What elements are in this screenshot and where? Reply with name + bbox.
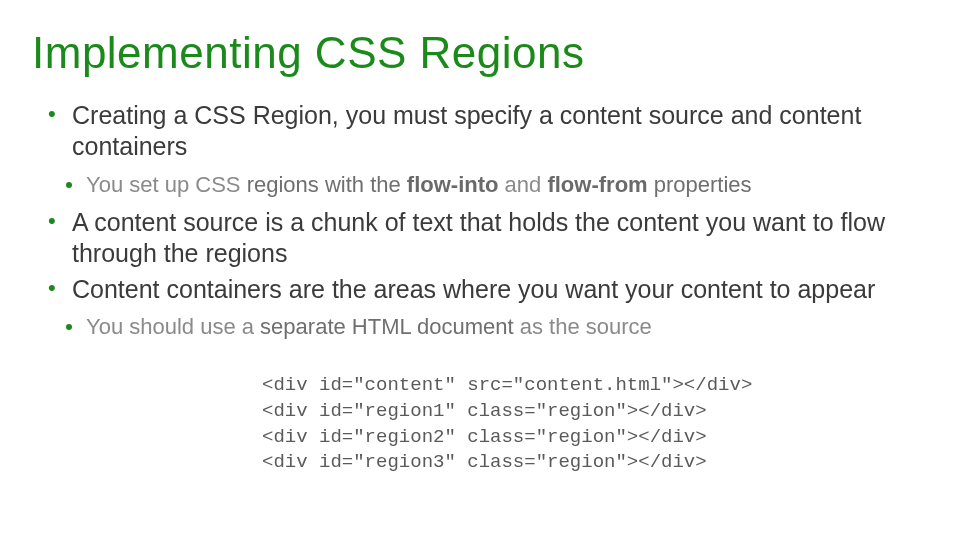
slide-title: Implementing CSS Regions [32, 28, 947, 78]
sub-bullet-1: You set up CSS regions with the flow-int… [60, 169, 947, 202]
slide: Implementing CSS Regions Creating a CSS … [0, 0, 979, 496]
code-line-4: <div id="region3" class="region"></div> [262, 451, 707, 473]
sub1-c: properties [648, 172, 752, 197]
sub1-flow-from: flow-from [547, 172, 647, 197]
code-line-1: <div id="content" src="content.html"></d… [262, 374, 752, 396]
bullet-list: Creating a CSS Region, you must specify … [42, 98, 947, 165]
code-block: <div id="content" src="content.html"></d… [262, 373, 947, 476]
sub2-b: separate HTML document [260, 314, 514, 339]
bullet-1-text-a: Creating a CSS Region, you must specify … [72, 101, 560, 129]
bullet-3: Content containers are the areas where y… [42, 272, 947, 307]
sub1-and: and [498, 172, 547, 197]
code-line-3: <div id="region2" class="region"></div> [262, 426, 707, 448]
sub2-a: You should use a [86, 314, 260, 339]
bullet-1-text-mid: and [724, 101, 780, 129]
bullet-3-text: Content containers are the areas where y… [72, 275, 875, 303]
bullet-list-2: A content source is a chunk of text that… [42, 205, 947, 307]
bullet-2: A content source is a chunk of text that… [42, 205, 947, 272]
sub-bullet-list-1: You set up CSS regions with the flow-int… [60, 169, 947, 202]
sub1-b: regions with the [247, 172, 407, 197]
sub2-c: as the source [514, 314, 652, 339]
sub1-a: You set up CSS [86, 172, 247, 197]
bullet-2-text: A content source is a chunk of text that… [72, 208, 885, 267]
sub-bullet-list-2: You should use a separate HTML document … [60, 311, 947, 344]
bullet-1-highlight-1: content source [560, 101, 724, 129]
sub1-flow-into: flow-into [407, 172, 499, 197]
bullet-1: Creating a CSS Region, you must specify … [42, 98, 947, 165]
code-line-2: <div id="region1" class="region"></div> [262, 400, 707, 422]
sub-bullet-2: You should use a separate HTML document … [60, 311, 947, 344]
